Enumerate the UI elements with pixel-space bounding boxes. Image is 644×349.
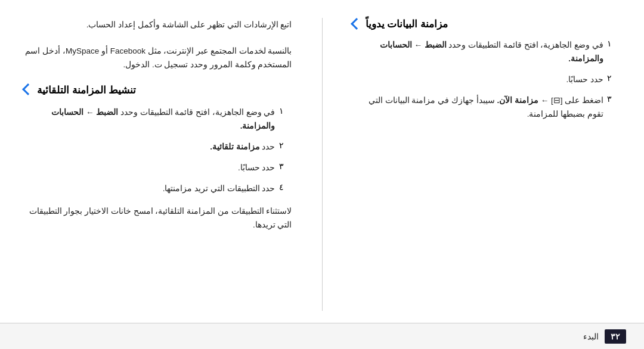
step-text: حدد مزامنة تلقائية.	[24, 141, 275, 154]
step-item: ٢ حدد مزامنة تلقائية.	[24, 141, 292, 154]
step-item: ٤ حدد التطبيقات التي تريد مزامنتها.	[24, 182, 292, 196]
step-number: ١	[279, 106, 292, 116]
manual-sync-steps: ١ في وضع الجاهزية، افتح قائمة التطبيقات …	[352, 39, 621, 121]
step-text: في وضع الجاهزية، افتح قائمة التطبيقات وح…	[352, 39, 604, 66]
step-item: ١ في وضع الجاهزية، افتح قائمة التطبيقات …	[352, 39, 621, 66]
footer-bar: ٣٢ البدء	[0, 323, 644, 349]
step-item: ٣ حدد حسابًا.	[24, 161, 292, 175]
step-number: ١	[607, 39, 620, 48]
intro-text-2: بالنسبة لخدمات المجتمع عبر الإنترنت، مثل…	[24, 44, 292, 72]
step-item: ١ في وضع الجاهزية، افتح قائمة التطبيقات …	[24, 106, 292, 133]
note-text: لاستثناء التطبيقات من المزامنة التلقائية…	[24, 204, 292, 232]
manual-sync-title: مزامنة البيانات يدوياً	[366, 18, 448, 30]
intro-text: اتبع الإرشادات التي تظهر على الشاشة وأكم…	[24, 18, 292, 32]
auto-sync-title: تنشيط المزامنة التلقائية	[37, 84, 136, 96]
page-number-box: ٣٢	[605, 329, 626, 344]
right-column: اتبع الإرشادات التي تظهر على الشاشة وأكم…	[24, 18, 292, 311]
auto-sync-steps: ١ في وضع الجاهزية، افتح قائمة التطبيقات …	[24, 106, 292, 196]
page-container: اتبع الإرشادات التي تظهر على الشاشة وأكم…	[0, 0, 644, 349]
step-number: ٣	[279, 161, 292, 171]
chevron-icon	[22, 83, 34, 95]
step-item: ٢ حدد حسابًا.	[352, 73, 621, 87]
step-text: حدد حسابًا.	[352, 73, 604, 87]
content-area: اتبع الإرشادات التي تظهر على الشاشة وأكم…	[0, 0, 644, 323]
page-number: ٣٢	[611, 332, 620, 341]
step-number: ٢	[279, 141, 292, 150]
step-text: حدد التطبيقات التي تريد مزامنتها.	[24, 182, 275, 196]
left-column: مزامنة البيانات يدوياً ١ في وضع الجاهزية…	[352, 18, 621, 311]
chevron-icon-left	[351, 18, 363, 30]
auto-sync-header: تنشيط المزامنة التلقائية	[24, 84, 292, 96]
column-divider	[322, 18, 323, 311]
step-number: ٤	[279, 182, 292, 192]
manual-sync-header: مزامنة البيانات يدوياً	[352, 18, 621, 30]
step-number: ٣	[607, 94, 620, 104]
step-text: في وضع الجاهزية، افتح قائمة التطبيقات وح…	[24, 106, 275, 133]
step-text: حدد حسابًا.	[24, 161, 275, 175]
step-text: اضغط على [⊟] ← مزامنة الآن. سيبدأ جهازك …	[352, 94, 604, 121]
step-item: ٣ اضغط على [⊟] ← مزامنة الآن. سيبدأ جهاز…	[352, 94, 621, 121]
step-number: ٢	[607, 73, 620, 83]
footer-label: البدء	[583, 332, 599, 341]
